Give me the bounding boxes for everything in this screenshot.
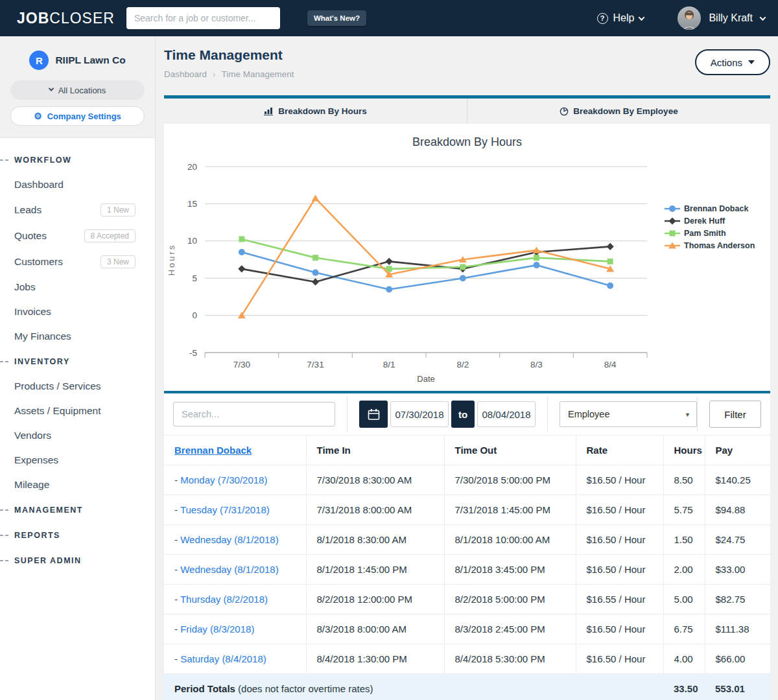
section-dash-icon <box>0 361 8 362</box>
tab-breakdown-by-hours[interactable]: Breakdown By Hours <box>164 99 467 124</box>
day-link[interactable]: Wednesday (8/1/2018) <box>180 564 279 575</box>
section-dash-icon <box>0 509 8 511</box>
all-locations-label: All Locations <box>58 86 106 95</box>
section-label: REPORTS <box>14 531 60 540</box>
legend-item[interactable]: Brennan Doback <box>665 204 755 213</box>
totals-pay: 553.01 <box>705 674 770 700</box>
divider <box>547 397 548 432</box>
sidebar-item-label: Assets / Equipment <box>14 405 101 417</box>
legend-item[interactable]: Derek Huff <box>665 216 755 226</box>
chart-title: Breakdown By Hours <box>164 135 770 149</box>
chart-legend: Brennan DobackDerek HuffPam SmithThomas … <box>665 204 755 253</box>
breadcrumb-dashboard[interactable]: Dashboard <box>164 69 207 79</box>
date-from-input[interactable] <box>390 401 449 427</box>
sidebar-item-expenses[interactable]: Expenses <box>0 448 155 472</box>
pay-cell: $94.88 <box>705 495 770 525</box>
sidebar-item-label: Products / Services <box>14 380 101 392</box>
filter-button[interactable]: Filter <box>709 401 761 428</box>
main-content: Time Management Dashboard › Time Managem… <box>156 36 778 700</box>
sidebar-item-dashboard[interactable]: Dashboard <box>0 172 155 197</box>
time-out-cell: 8/1/2018 3:45:00 PM <box>444 555 576 585</box>
company-header: R RIIPL Lawn Co <box>10 51 145 70</box>
day-cell: - Saturday (8/4/2018) <box>164 644 306 674</box>
day-link[interactable]: Thursday (8/2/2018) <box>180 594 268 605</box>
day-link[interactable]: Wednesday (8/1/2018) <box>180 534 279 545</box>
svg-text:10: 10 <box>187 236 197 246</box>
timesheet-row: - Wednesday (8/1/2018)8/1/2018 1:45:00 P… <box>164 555 770 585</box>
legend-label: Thomas Anderson <box>684 241 755 250</box>
section-label: SUPER ADMIN <box>14 556 82 565</box>
whats-new-button[interactable]: What's New? <box>307 10 366 26</box>
logo-bold: JOB <box>17 10 49 27</box>
hours-cell: 4.00 <box>663 644 705 674</box>
timesheet-row: - Saturday (8/4/2018)8/4/2018 1:30:00 PM… <box>164 644 770 674</box>
day-cell: - Thursday (8/2/2018) <box>164 585 306 614</box>
sidebar-nav: WORKFLOWDashboardLeads1 NewQuotes8 Accep… <box>0 138 155 573</box>
pie-chart-icon <box>560 107 569 116</box>
global-search-input[interactable] <box>126 7 280 29</box>
company-logo: R <box>29 51 49 70</box>
time-out-cell: 8/3/2018 2:45:00 PM <box>444 614 576 644</box>
svg-text:Hours: Hours <box>167 244 176 276</box>
sidebar-item-mileage[interactable]: Mileage <box>0 472 155 497</box>
avatar <box>678 6 701 30</box>
user-menu[interactable]: Billy Kraft <box>678 6 765 30</box>
svg-text:8/1: 8/1 <box>383 360 395 369</box>
filter-bar: to Employee ▼ Filter <box>164 391 770 435</box>
sidebar-item-products-services[interactable]: Products / Services <box>0 374 155 399</box>
company-settings-button[interactable]: ⚙ Company Settings <box>10 106 145 126</box>
employee-select[interactable]: Employee <box>560 401 697 427</box>
table-search-input[interactable] <box>173 402 335 426</box>
timesheet-row: - Wednesday (8/1/2018)8/1/2018 8:30:00 A… <box>164 525 770 555</box>
sidebar-item-quotes[interactable]: Quotes8 Accepted <box>0 223 155 249</box>
app-logo[interactable]: JOBCLOSER <box>17 10 115 27</box>
day-dash: - <box>174 504 180 515</box>
company-block: R RIIPL Lawn Co All Locations ⚙ Company … <box>0 36 155 138</box>
sidebar-section-super-admin[interactable]: SUPER ADMIN <box>0 548 155 573</box>
col-time-in: Time In <box>306 436 444 465</box>
svg-text:20: 20 <box>187 162 197 172</box>
svg-text:7/31: 7/31 <box>307 360 324 369</box>
sidebar-item-customers[interactable]: Customers3 New <box>0 249 155 275</box>
sidebar-item-label: Expenses <box>14 454 58 466</box>
day-link[interactable]: Monday (7/30/2018) <box>180 474 267 485</box>
sidebar-section-reports[interactable]: REPORTS <box>0 522 155 548</box>
sidebar-item-leads[interactable]: Leads1 New <box>0 197 155 223</box>
day-link[interactable]: Tuesday (7/31/2018) <box>180 504 270 515</box>
day-dash: - <box>174 653 180 664</box>
tab-breakdown-by-employee[interactable]: Breakdown By Employee <box>467 99 770 124</box>
chevron-down-icon <box>48 86 53 91</box>
sidebar-item-label: Quotes <box>14 230 47 242</box>
sidebar-item-label: Vendors <box>14 430 51 441</box>
hours-cell: 6.75 <box>663 614 705 644</box>
day-link[interactable]: Friday (8/3/2018) <box>180 624 254 635</box>
sidebar-item-my-finances[interactable]: My Finances <box>0 324 155 349</box>
all-locations-dropdown[interactable]: All Locations <box>10 80 145 100</box>
sidebar-item-jobs[interactable]: Jobs <box>0 275 155 299</box>
pay-cell: $33.00 <box>705 555 770 585</box>
count-badge: 1 New <box>100 204 136 216</box>
chevron-down-icon <box>639 14 645 21</box>
date-to-input[interactable] <box>477 401 536 427</box>
employee-name-link[interactable]: Brennan Doback <box>174 445 252 456</box>
sidebar-item-vendors[interactable]: Vendors <box>0 423 155 448</box>
day-cell: - Wednesday (8/1/2018) <box>164 555 306 585</box>
legend-item[interactable]: Pam Smith <box>665 229 755 238</box>
day-link[interactable]: Saturday (8/4/2018) <box>180 653 266 664</box>
hours-cell: 1.50 <box>663 525 705 555</box>
legend-item[interactable]: Thomas Anderson <box>665 241 755 250</box>
tab-bar: Breakdown By Hours Breakdown By Employee <box>164 95 770 124</box>
sidebar-item-assets-equipment[interactable]: Assets / Equipment <box>0 399 155 423</box>
hours-cell: 5.00 <box>663 585 705 614</box>
company-name: RIIPL Lawn Co <box>55 54 125 66</box>
legend-marker-icon <box>665 205 680 213</box>
section-dash-icon <box>0 159 8 161</box>
sidebar-section-inventory[interactable]: INVENTORY <box>0 349 155 374</box>
sidebar-section-management[interactable]: MANAGEMENT <box>0 497 155 522</box>
help-menu[interactable]: ? Help <box>597 12 644 24</box>
calendar-button[interactable] <box>359 401 388 428</box>
gear-icon: ⚙ <box>34 111 42 121</box>
sidebar-item-invoices[interactable]: Invoices <box>0 299 155 324</box>
actions-button[interactable]: Actions <box>695 49 770 75</box>
sidebar-section-workflow[interactable]: WORKFLOW <box>0 147 155 172</box>
